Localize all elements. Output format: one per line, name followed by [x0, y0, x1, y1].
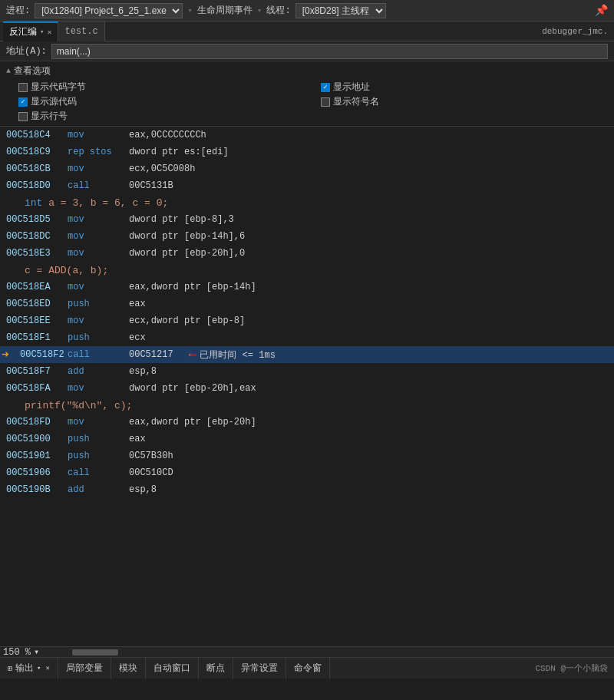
- lifecycle-label: 生命周期事件: [197, 4, 253, 17]
- checkbox-show-address[interactable]: ✓: [321, 83, 330, 92]
- time-annotation: ← 已用时间 <= 1ms: [189, 347, 276, 362]
- operands-cell: eax,dword ptr [ebp-20h]: [129, 417, 608, 428]
- table-row: 00C518DC mov dword ptr [ebp-14h],6: [0, 228, 614, 245]
- mnemonic-cell: push: [68, 332, 129, 343]
- bottom-tab-output[interactable]: ⊞ 输出 ▾ ✕: [0, 658, 58, 679]
- output-tab-icon: ⊞: [8, 664, 12, 673]
- table-row: 00C518EA mov eax,dword ptr [ebp-14h]: [0, 279, 614, 296]
- bottom-tab-output-label: 输出: [15, 662, 34, 675]
- table-row: 00C518C4 mov eax,0CCCCCCCCh: [0, 127, 614, 144]
- operands-cell: dword ptr es:[edi]: [129, 147, 608, 157]
- separator-2: ▾: [257, 5, 262, 15]
- execution-arrow-icon: ➜: [2, 347, 9, 362]
- option-show-source[interactable]: ✓ 显示源代码: [18, 95, 305, 108]
- mnemonic-cell: call: [68, 180, 129, 191]
- table-row: 00C51906 call 00C510CD: [0, 464, 614, 481]
- zoom-control: 150 % ▾: [3, 646, 49, 658]
- red-arrow-icon: ←: [189, 347, 197, 362]
- scroll-thumb[interactable]: [72, 649, 118, 655]
- option-show-code-bytes[interactable]: 显示代码字节: [18, 81, 305, 94]
- option-show-symbol-names[interactable]: 显示符号名: [321, 95, 608, 108]
- options-grid: 显示代码字节 ✓ 显示地址 ✓ 显示源代码 显示符号名 显示行号: [6, 81, 608, 123]
- table-row: 00C5190B add esp,8: [0, 481, 614, 498]
- operands-cell: eax,0CCCCCCCCh: [129, 130, 608, 140]
- operands-cell: 00C51217 ← 已用时间 <= 1ms: [129, 347, 608, 362]
- operands-cell: esp,8: [129, 366, 608, 377]
- mnemonic-cell: add: [68, 484, 129, 495]
- checkbox-show-source[interactable]: ✓: [18, 97, 28, 107]
- horizontal-scrollbar[interactable]: 150 % ▾: [0, 646, 614, 657]
- bottom-tab-autowindow[interactable]: 自动窗口: [146, 658, 199, 679]
- operands-cell: esp,8: [129, 484, 608, 495]
- view-options-header[interactable]: ▲ 查看选项: [6, 64, 608, 78]
- bottom-tab-command[interactable]: 命令窗: [286, 658, 330, 679]
- bottom-tab-breakpoints-label: 断点: [206, 662, 225, 675]
- address-cell: 00C518EE: [6, 315, 68, 326]
- address-cell: 00C518ED: [6, 299, 68, 309]
- source-code-text: c = ADD(a, b);: [15, 265, 108, 276]
- address-cell: 00C51901: [6, 451, 68, 461]
- mnemonic-cell: mov: [68, 315, 129, 326]
- option-show-address[interactable]: ✓ 显示地址: [321, 81, 608, 94]
- address-cell: 00C518C4: [6, 130, 68, 140]
- chevron-up-icon: ▲: [6, 67, 11, 75]
- mnemonic-cell: mov: [68, 417, 129, 428]
- option-show-address-label: 显示地址: [333, 81, 370, 94]
- mnemonic-cell: push: [68, 299, 129, 309]
- checkbox-show-line-numbers[interactable]: [18, 112, 28, 121]
- address-label: 地址(A):: [6, 45, 47, 58]
- view-options-title: 查看选项: [14, 64, 51, 78]
- checkbox-show-symbol-names[interactable]: [321, 97, 330, 107]
- address-cell: 00C518F2: [6, 349, 68, 360]
- bottom-tab-locals[interactable]: 局部变量: [58, 658, 111, 679]
- checkbox-show-code-bytes[interactable]: [18, 83, 28, 92]
- operands-cell: 0C57B30h: [129, 451, 608, 461]
- zoom-dropdown-icon[interactable]: ▾: [34, 646, 39, 658]
- operands-cell: dword ptr [ebp-8],3: [129, 214, 608, 225]
- tab-disassembly-label: 反汇编: [9, 25, 37, 38]
- option-show-source-label: 显示源代码: [31, 95, 77, 108]
- source-code-text: printf("%d\n", c);: [15, 400, 132, 411]
- operands-cell: 00C510CD: [129, 467, 608, 478]
- address-cell: 00C518FD: [6, 417, 68, 428]
- source-line: int a = 3, b = 6, c = 0;: [0, 194, 614, 211]
- code-area[interactable]: 00C518C4 mov eax,0CCCCCCCCh 00C518C9 rep…: [0, 127, 614, 646]
- tab-right-label: debugger_jmc.: [542, 27, 614, 36]
- tab-disassembly[interactable]: 反汇编 ▾ ✕: [3, 21, 58, 41]
- tab-close-icon[interactable]: ✕: [47, 28, 51, 37]
- address-bar: 地址(A):: [0, 41, 614, 61]
- bottom-tab-breakpoints[interactable]: 断点: [199, 658, 233, 679]
- mnemonic-cell: mov: [68, 248, 129, 259]
- process-label: 进程:: [6, 4, 30, 17]
- mnemonic-cell: call: [68, 467, 129, 478]
- bottom-tab-modules-label: 模块: [119, 662, 137, 675]
- table-row: 00C51901 push 0C57B30h: [0, 447, 614, 464]
- thread-select[interactable]: [0x8D28] 主线程: [295, 3, 386, 18]
- address-cell: 00C518D0: [6, 180, 68, 191]
- address-cell: 00C51906: [6, 467, 68, 478]
- view-options-panel: ▲ 查看选项 显示代码字节 ✓ 显示地址 ✓ 显示源代码 显示符号名 显示行: [0, 61, 614, 127]
- mnemonic-cell: mov: [68, 282, 129, 292]
- address-cell: 00C518F7: [6, 366, 68, 377]
- bottom-tab-modules[interactable]: 模块: [111, 658, 146, 679]
- source-line: c = ADD(a, b);: [0, 262, 614, 279]
- address-cell: 00C518EA: [6, 282, 68, 292]
- operands-cell: dword ptr [ebp-14h],6: [129, 231, 608, 242]
- address-input[interactable]: [51, 44, 608, 59]
- bottom-tab-locals-label: 局部变量: [66, 662, 103, 675]
- mnemonic-cell: mov: [68, 231, 129, 242]
- option-show-line-numbers[interactable]: 显示行号: [18, 110, 305, 123]
- keyword-int: int: [25, 197, 42, 209]
- operands-cell: ecx: [129, 332, 608, 343]
- operands-cell: dword ptr [ebp-20h],eax: [129, 383, 608, 394]
- tab-testc[interactable]: test.c: [58, 21, 104, 41]
- output-close-icon[interactable]: ✕: [45, 664, 49, 672]
- current-instruction-row: ➜ 00C518F2 call 00C51217 ← 已用时间 <= 1ms: [0, 346, 614, 363]
- process-select[interactable]: [0x12840] Project_6_25_1.exe: [35, 3, 183, 18]
- address-cell: 00C518E3: [6, 248, 68, 259]
- mnemonic-cell: rep stos: [68, 147, 129, 157]
- address-cell: 00C518D5: [6, 214, 68, 225]
- pin-icon: 📌: [595, 4, 608, 17]
- bottom-tab-exceptions[interactable]: 异常设置: [233, 658, 286, 679]
- table-row: 00C518FA mov dword ptr [ebp-20h],eax: [0, 380, 614, 397]
